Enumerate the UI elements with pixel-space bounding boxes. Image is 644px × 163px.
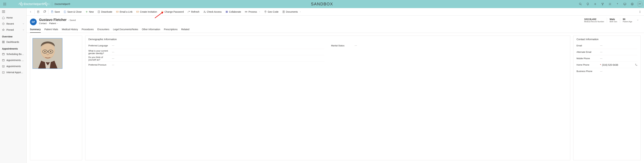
svg-point-71 — [44, 51, 46, 52]
save-button[interactable]: Save — [49, 9, 62, 15]
nav-scheduling-board[interactable]: Scheduling Board — [0, 51, 26, 57]
field-value: --- — [600, 44, 638, 47]
svg-rect-34 — [2, 71, 4, 73]
svg-rect-30 — [2, 59, 4, 61]
nav-section-overview: Overview — [0, 33, 26, 39]
field-label: Mobile Phone — [576, 57, 600, 60]
tab-medical-history[interactable]: Medical History — [62, 28, 78, 33]
header-expand-button[interactable] — [635, 18, 641, 23]
geo-code-button[interactable]: Geo Code — [262, 9, 280, 15]
field-value: --- — [600, 70, 638, 73]
lightbulb-icon[interactable] — [584, 1, 591, 8]
field-preferred-pronoun[interactable]: Preferred Pronoun --- — [88, 62, 324, 68]
tab-prescriptions[interactable]: Prescriptions — [164, 28, 178, 33]
chevron-down-icon — [57, 23, 58, 24]
svg-point-4 — [4, 4, 5, 5]
open-new-window-button[interactable] — [42, 9, 48, 15]
svg-point-56 — [265, 11, 266, 12]
tab-patient-vitals[interactable]: Patient Vitals — [44, 28, 58, 33]
nav-home[interactable]: Home — [0, 15, 26, 21]
email-link-button[interactable]: Email a Link — [114, 9, 134, 15]
field-gender-identity[interactable]: What is your current gender identity? --… — [88, 49, 324, 55]
nav-dashboards[interactable]: Dashboards — [0, 39, 26, 45]
nav-appointments-bo[interactable]: Appointments Bo... — [0, 57, 26, 63]
help-icon[interactable] — [614, 1, 621, 8]
chevron-down-icon — [22, 23, 24, 25]
field-home-phone[interactable]: Home Phone * (316) 520-9438 — [576, 62, 638, 68]
field-email[interactable]: Email --- — [576, 42, 638, 49]
tab-summary[interactable]: Summary — [30, 28, 41, 33]
app-launcher-icon[interactable] — [1, 1, 8, 8]
back-button[interactable] — [28, 9, 34, 15]
more-commands-button[interactable] — [637, 9, 643, 15]
tab-encounters[interactable]: Encounters — [98, 28, 110, 33]
field-business-phone[interactable]: Business Phone --- — [576, 68, 638, 74]
gear-icon[interactable] — [607, 1, 613, 8]
field-value: --- — [112, 51, 324, 53]
save-label: Save — [54, 11, 60, 13]
deactivate-button[interactable]: Deactivate — [96, 9, 114, 15]
check-access-button[interactable]: Check Access — [202, 9, 223, 15]
field-think-of-yourself[interactable]: Do you think of yourself as? --- — [88, 55, 324, 62]
svg-point-2 — [6, 3, 6, 3]
user-avatar[interactable]: PT — [637, 1, 643, 7]
field-value: --- — [112, 44, 324, 47]
phone-icon[interactable] — [635, 64, 638, 66]
field-label: Marital Status — [331, 44, 355, 47]
svg-rect-14 — [624, 3, 626, 5]
tab-related[interactable]: Related — [181, 28, 189, 33]
svg-point-63 — [640, 12, 640, 13]
svg-point-6 — [4, 5, 4, 6]
collaborate-button[interactable]: Collaborate — [224, 9, 243, 15]
field-value: --- — [355, 44, 567, 47]
svg-point-9 — [579, 3, 581, 5]
nav-pinned-label: Pinned — [6, 29, 21, 31]
tab-procedures[interactable]: Procedures — [82, 28, 94, 33]
field-preferred-language[interactable]: Preferred Language --- — [88, 42, 324, 49]
filter-icon[interactable] — [599, 1, 606, 8]
environment-label: SANDBOX — [311, 2, 333, 7]
save-close-label: Save & Close — [67, 11, 82, 13]
svg-point-61 — [640, 11, 640, 11]
field-marital-status[interactable]: Marital Status --- — [331, 42, 567, 49]
form-tabs: Summary Patient Vitals Medical History P… — [26, 25, 644, 33]
patient-photo[interactable] — [32, 38, 62, 69]
form-selector-button[interactable] — [35, 9, 41, 15]
meta-sex-label: Birth Sex — [610, 21, 617, 23]
record-title: Gustavo Fletcher — [39, 18, 66, 22]
field-value: --- — [112, 64, 324, 66]
collaborate-label: Collaborate — [229, 11, 241, 13]
save-close-button[interactable]: Save & Close — [62, 9, 83, 15]
field-mobile-phone[interactable]: Mobile Phone --- — [576, 55, 638, 62]
svg-rect-50 — [227, 11, 228, 12]
new-button[interactable]: New — [84, 9, 96, 15]
tab-legal-documents[interactable]: Legal Documents/Notes — [113, 28, 138, 33]
nav-pinned[interactable]: Pinned — [0, 27, 26, 33]
nav-appointments[interactable]: Appointments — [0, 63, 26, 69]
chat-icon[interactable] — [622, 1, 628, 8]
change-password-button[interactable]: Change Password — [159, 9, 185, 15]
field-label: Alternate Email — [576, 51, 600, 53]
svg-point-72 — [50, 51, 51, 52]
separator — [34, 10, 34, 14]
email-link-label: Email a Link — [120, 11, 132, 13]
tab-other-information[interactable]: Other Information — [142, 28, 160, 33]
nav-collapse-button[interactable] — [0, 9, 26, 15]
create-invitation-button[interactable]: Create Invitation — [134, 9, 159, 15]
app-name: DoctorHelper® — [54, 3, 70, 6]
process-button[interactable]: Process — [243, 9, 262, 15]
nav-internal-appoint[interactable]: Internal Appoint... — [0, 69, 26, 75]
refresh-button[interactable]: Refresh — [186, 9, 201, 15]
search-icon[interactable] — [577, 1, 584, 8]
assistant-icon[interactable] — [629, 1, 636, 8]
field-value: --- — [600, 51, 638, 53]
nav-recent[interactable]: Recent — [0, 21, 26, 27]
plus-icon[interactable] — [592, 1, 598, 8]
meta-age-value: 90 — [623, 18, 632, 21]
nav-scheduling-board-label: Scheduling Board — [6, 53, 24, 55]
svg-rect-49 — [226, 11, 226, 12]
nav-appointments-label: Appointments — [6, 65, 24, 68]
field-alt-email[interactable]: Alternate Email --- — [576, 49, 638, 55]
record-form-selector[interactable]: Patient — [49, 22, 58, 25]
documents-button[interactable]: Documents — [280, 9, 303, 15]
